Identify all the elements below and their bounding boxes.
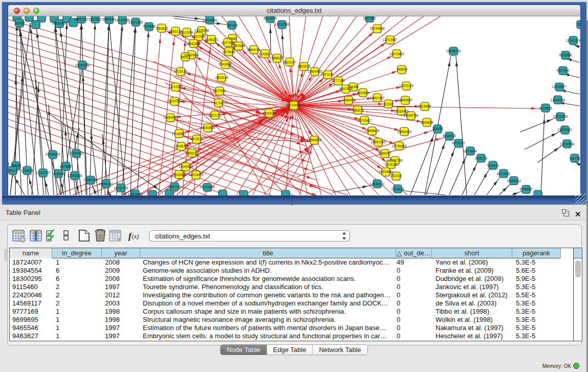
svg-text:20364436: 20364436 [341, 98, 356, 102]
svg-text:10719155: 10719155 [115, 18, 130, 22]
svg-text:1362615: 1362615 [297, 64, 311, 68]
svg-text:6479197: 6479197 [452, 141, 465, 145]
svg-text:10046768: 10046768 [174, 144, 189, 148]
svg-text:12213363: 12213363 [168, 85, 183, 89]
svg-text:12975115: 12975115 [399, 84, 414, 87]
svg-text:5873312: 5873312 [190, 137, 203, 141]
svg-text:116753: 116753 [569, 157, 580, 160]
svg-text:8146323: 8146323 [205, 38, 218, 41]
svg-text:9242848: 9242848 [219, 62, 232, 66]
svg-text:16853267: 16853267 [74, 17, 89, 21]
svg-text:8471676: 8471676 [497, 172, 510, 176]
svg-text:8912954: 8912954 [180, 31, 193, 34]
svg-text:18807249: 18807249 [371, 140, 386, 144]
svg-text:1733426: 1733426 [391, 187, 404, 191]
svg-text:1921012: 1921012 [321, 73, 334, 76]
svg-text:9245652: 9245652 [519, 187, 533, 191]
svg-text:8938923: 8938923 [443, 134, 456, 138]
svg-text:13120746: 13120746 [388, 159, 403, 162]
svg-text:9146821: 9146821 [258, 52, 272, 56]
svg-text:9427552: 9427552 [213, 89, 226, 93]
svg-text:9777169: 9777169 [332, 79, 345, 82]
svg-text:140557: 140557 [14, 21, 25, 25]
svg-text:15495796: 15495796 [404, 114, 419, 117]
svg-text:1156829: 1156829 [21, 169, 34, 172]
svg-text:3675685: 3675685 [222, 50, 235, 54]
svg-text:9857791: 9857791 [168, 185, 181, 189]
svg-text:19463627: 19463627 [398, 98, 413, 102]
svg-text:746266: 746266 [347, 85, 359, 89]
svg-text:14836141: 14836141 [370, 182, 385, 186]
svg-text:735061: 735061 [10, 164, 21, 167]
svg-text:10671355: 10671355 [128, 20, 143, 24]
svg-text:12213967: 12213967 [383, 38, 398, 41]
svg-text:14099489: 14099489 [179, 165, 193, 168]
svg-text:10688609: 10688609 [365, 129, 380, 133]
svg-text:17010534: 17010534 [560, 142, 575, 146]
svg-text:41700: 41700 [214, 101, 223, 105]
svg-text:9227342: 9227342 [556, 69, 570, 72]
svg-text:1615112: 1615112 [385, 163, 398, 166]
svg-text:x: x [118, 237, 120, 242]
svg-text:15751074: 15751074 [566, 39, 580, 42]
svg-text:10654112: 10654112 [507, 179, 521, 183]
svg-text:114519: 114519 [53, 172, 64, 176]
svg-text:2087682: 2087682 [363, 16, 376, 20]
svg-text:19218506: 19218506 [275, 23, 290, 26]
svg-text:9129966: 9129966 [559, 53, 572, 57]
svg-text:17359928: 17359928 [69, 151, 84, 155]
svg-text:10958107: 10958107 [99, 182, 114, 186]
svg-text:62160: 62160 [384, 102, 393, 106]
svg-text:17957255: 17957255 [83, 178, 98, 182]
svg-text:2935114: 2935114 [475, 157, 488, 160]
svg-text:252214: 252214 [390, 174, 402, 178]
svg-text:3684067: 3684067 [378, 151, 391, 155]
svg-text:10756928: 10756928 [392, 144, 407, 148]
svg-text:1530029: 1530029 [263, 112, 276, 115]
svg-text:20206576: 20206576 [46, 152, 60, 156]
svg-text:357224: 357224 [226, 24, 237, 27]
svg-text:9474444: 9474444 [464, 149, 477, 153]
svg-text:7386372: 7386372 [351, 108, 364, 112]
svg-text:13716485: 13716485 [200, 185, 215, 189]
svg-text:19904485: 19904485 [308, 70, 322, 73]
svg-text:9975887: 9975887 [59, 165, 73, 168]
svg-text:19166827: 19166827 [172, 132, 187, 136]
svg-text:8322017: 8322017 [283, 60, 296, 64]
svg-text:15692921: 15692921 [558, 128, 573, 132]
svg-text:164093: 164093 [432, 127, 443, 130]
svg-text:15720407: 15720407 [357, 119, 372, 122]
svg-text:39114: 39114 [8, 169, 17, 172]
svg-text:3215955: 3215955 [539, 106, 552, 110]
svg-text:2718170: 2718170 [174, 70, 187, 73]
svg-text:18724007: 18724007 [287, 103, 301, 107]
svg-text:1117: 1117 [577, 23, 580, 26]
svg-text:12505135: 12505135 [68, 174, 82, 178]
svg-text:2803144: 2803144 [215, 76, 228, 79]
svg-text:10807487: 10807487 [370, 96, 385, 100]
svg-text:16648784: 16648784 [446, 49, 461, 53]
svg-text:9699695: 9699695 [420, 121, 433, 124]
svg-text:19584554: 19584554 [307, 138, 322, 142]
svg-text:20691406: 20691406 [52, 21, 67, 25]
svg-text:7625402: 7625402 [172, 173, 186, 177]
svg-text:12342757: 12342757 [36, 171, 51, 174]
svg-text:12923445: 12923445 [128, 192, 143, 195]
svg-text:10973493: 10973493 [389, 52, 404, 56]
svg-text:(x): (x) [132, 233, 139, 240]
svg-text:14524851: 14524851 [379, 170, 394, 173]
svg-text:3267130: 3267130 [208, 114, 222, 117]
svg-text:10210643: 10210643 [553, 115, 568, 118]
svg-text:7632621: 7632621 [486, 164, 499, 167]
svg-text:1546: 1546 [229, 37, 236, 40]
svg-text:11327509: 11327509 [191, 35, 206, 38]
svg-text:19654985: 19654985 [163, 116, 178, 119]
svg-text:6466160: 6466160 [102, 17, 116, 21]
svg-text:7663822: 7663822 [155, 27, 168, 30]
svg-text:12444159: 12444159 [551, 98, 565, 102]
svg-text:2367608: 2367608 [232, 44, 245, 48]
svg-text:19654923: 19654923 [397, 130, 412, 134]
svg-text:9115460: 9115460 [419, 104, 431, 108]
svg-text:7515546: 7515546 [142, 25, 156, 28]
svg-text:citations_edges.txt: citations_edges.txt [155, 232, 210, 240]
